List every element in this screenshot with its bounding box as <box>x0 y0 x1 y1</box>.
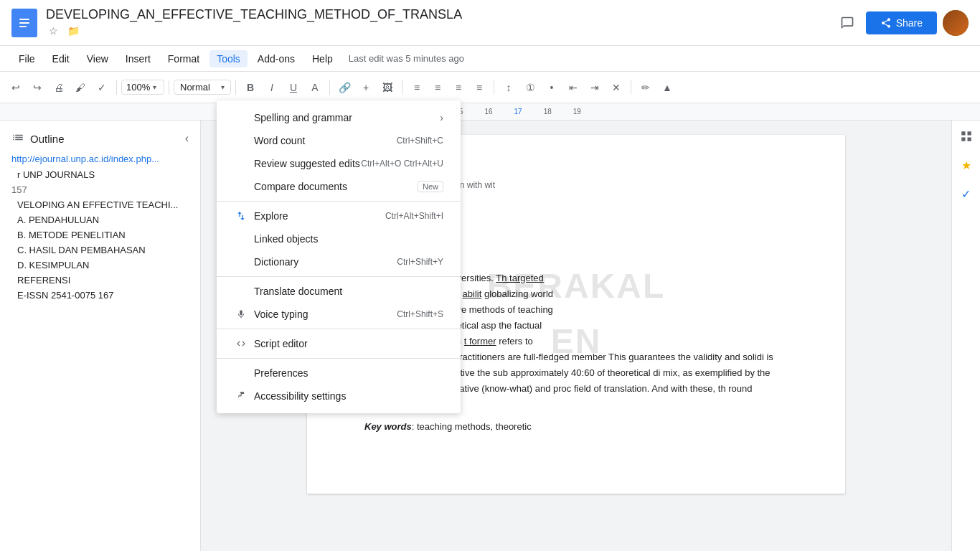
tools-dropdown-menu: Spelling and grammar › Word count Ctrl+S… <box>217 100 461 413</box>
compare-badge: New <box>418 181 443 192</box>
menu-spelling-item[interactable]: Spelling and grammar › <box>217 106 461 129</box>
menu-explore-item[interactable]: Explore Ctrl+Alt+Shift+I <box>217 204 461 227</box>
explore-shortcut: Ctrl+Alt+Shift+I <box>385 211 443 221</box>
menu-separator-2 <box>217 276 461 277</box>
mic-icon <box>234 309 248 319</box>
menu-separator-3 <box>217 329 461 329</box>
menu-wordcount-item[interactable]: Word count Ctrl+Shift+C <box>217 129 461 152</box>
voice-shortcut: Ctrl+Shift+S <box>397 309 443 319</box>
spelling-arrow: › <box>440 112 443 123</box>
menu-review-item[interactable]: Review suggested edits Ctrl+Alt+O Ctrl+A… <box>217 152 461 175</box>
wordcount-shortcut: Ctrl+Shift+C <box>397 136 443 146</box>
menu-separator-1 <box>217 201 461 202</box>
menu-script-item[interactable]: Script editor <box>217 332 461 355</box>
menu-translate-item[interactable]: Translate document <box>217 280 461 303</box>
menu-voice-item[interactable]: Voice typing Ctrl+Shift+S <box>217 303 461 326</box>
dictionary-shortcut: Ctrl+Shift+Y <box>397 257 443 267</box>
review-shortcut: Ctrl+Alt+O Ctrl+Alt+U <box>361 159 443 169</box>
menu-dictionary-item[interactable]: Dictionary Ctrl+Shift+Y <box>217 250 461 273</box>
dropdown-overlay[interactable] <box>0 0 980 551</box>
menu-preferences-item[interactable]: Preferences <box>217 362 461 385</box>
menu-linked-item[interactable]: Linked objects <box>217 227 461 250</box>
menu-separator-4 <box>217 358 461 359</box>
menu-compare-item[interactable]: Compare documents New <box>217 175 461 198</box>
menu-accessibility-item[interactable]: Accessibility settings <box>217 385 461 408</box>
accessibility-icon <box>234 391 248 401</box>
code-icon <box>234 339 248 349</box>
explore-icon <box>234 210 248 222</box>
